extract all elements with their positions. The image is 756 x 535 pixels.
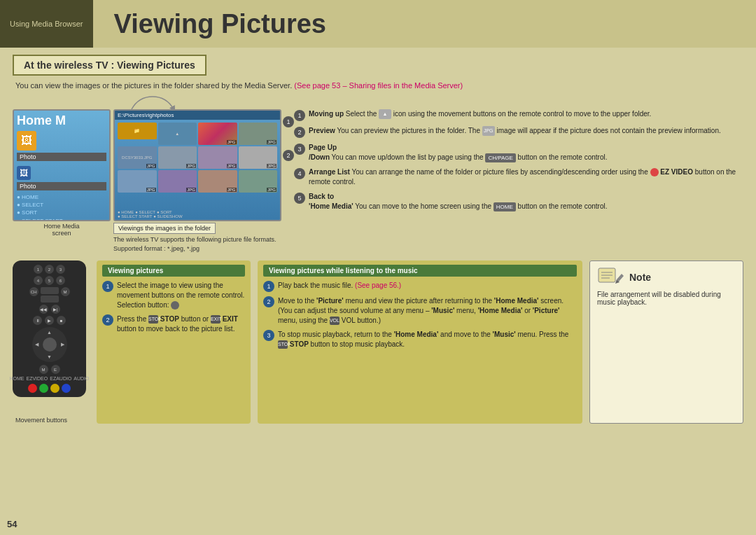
note-pencil-icon xyxy=(597,267,625,288)
exit-icon: EXIT xyxy=(211,315,220,324)
mp-link-1[interactable]: (See page 56.) xyxy=(355,282,401,289)
remote-btn-5[interactable]: 5 xyxy=(45,276,54,285)
remote-btn-green[interactable] xyxy=(39,384,48,393)
remote-bottom-buttons: M E xyxy=(15,365,83,374)
inst-content-2: Preview You can preview the pictures in … xyxy=(309,126,743,136)
remote-btn-pause[interactable]: ⏸ xyxy=(33,316,42,325)
viewing-pictures-panel: Viewing pictures 1 Select the image to v… xyxy=(97,260,251,424)
note-title: Note xyxy=(629,272,651,283)
viewing-music-panel: Viewing pictures while listening to the … xyxy=(258,260,582,424)
remote-btn-rew[interactable]: ◀◀ xyxy=(39,305,48,314)
stop-icon-2: STOP xyxy=(278,340,288,349)
folder-thumb-6: JPG xyxy=(198,146,237,169)
remote-nav-ring: ▲ ▼ ◀ ▶ xyxy=(32,327,67,362)
instruction-2: 2 Preview You can preview the pictures i… xyxy=(294,126,743,138)
support-text-2: Supported format : *.jpeg, *.jpg xyxy=(113,245,281,252)
section-heading: At the wireless TV : Viewing Pictures xyxy=(13,55,206,76)
ez-video-label: EZ VIDEO xyxy=(660,168,693,176)
header-tab-label: Using Media Browser xyxy=(10,20,83,28)
remote-wide-2[interactable] xyxy=(41,296,59,303)
inst-content-4: Arrange List You can arrange the name of… xyxy=(309,167,743,187)
screenshots: Home M 🖼 Photo 🖼 Photo ● xyxy=(13,109,286,252)
remote-wide-1[interactable] xyxy=(41,287,59,294)
remote-btn-4[interactable]: 4 xyxy=(34,276,43,285)
remote-btn-6[interactable]: 6 xyxy=(56,276,65,285)
badge-1: 1 xyxy=(283,116,294,127)
ch-page-badge: CH/PAGE xyxy=(485,153,515,162)
remote-label-audio: AUDIO xyxy=(74,376,89,381)
remote-btn-blue[interactable] xyxy=(62,384,71,393)
preview-icon: JPG xyxy=(482,126,495,136)
vp-text-1: Select the image to view using the movem… xyxy=(117,281,245,310)
remote-nav-center[interactable] xyxy=(43,338,57,352)
home-icons: 🖼 Photo 🖼 Photo xyxy=(17,131,106,190)
vp-num-1: 1 xyxy=(102,281,113,292)
vp-step-2: 2 Press the STOP STOP button or EXIT EXI… xyxy=(102,314,245,334)
remote-btn-yellow[interactable] xyxy=(50,384,59,393)
remote-btn-play[interactable]: ▶ xyxy=(45,316,54,325)
folder-thumb-3: JPG xyxy=(239,123,278,145)
vp-step-1: 1 Select the image to view using the mov… xyxy=(102,281,245,310)
selection-icon xyxy=(171,301,179,310)
inst-num-2: 2 xyxy=(294,127,305,138)
intro-text: You can view the images or the pictures … xyxy=(13,81,743,90)
viewing-music-title: Viewing pictures while listening to the … xyxy=(263,265,577,277)
folder-thumb-1: 📁 xyxy=(118,123,157,139)
folder-thumb-11: JPG xyxy=(239,170,278,193)
remote-nav-up[interactable]: ▲ xyxy=(47,330,52,335)
intro-link[interactable]: (See page 53 – Sharing files in the Medi… xyxy=(294,81,463,90)
remote-btn-skip[interactable]: ▶| xyxy=(51,305,60,314)
support-text-1: The wireless TV supports the following p… xyxy=(113,236,281,243)
note-icon-area: Note xyxy=(597,267,736,288)
inst-bold-3a: Page Up xyxy=(309,144,337,151)
folder-thumb-flower: JPG xyxy=(198,123,237,145)
folder-thumb-7: JPG xyxy=(239,146,278,169)
instruction-5: 5 Back to'Home Media' You can move to th… xyxy=(294,192,743,211)
page-title: Viewing Pictures xyxy=(93,9,326,39)
remote-btn-exit[interactable]: E xyxy=(51,365,60,374)
inst-bold-3b: /Down xyxy=(309,153,330,161)
remote-btn-ch[interactable]: CH xyxy=(29,287,38,296)
inst-num-4: 4 xyxy=(294,168,305,179)
page-header: Using Media Browser Viewing Pictures xyxy=(0,0,756,48)
vol-icon: VOL xyxy=(330,317,340,325)
mp-text-1: Play back the music file. (See page 56.) xyxy=(278,281,401,291)
folder-topbar: E:\Pictures\rightphotos xyxy=(115,111,280,120)
folder-thumb-4: DCSY3033.JPG JPG xyxy=(118,146,157,169)
remote-area: 1 2 3 4 5 6 CH M ◀ xyxy=(13,260,90,424)
folder-screen-wrapper: 1 2 E:\Pictures\rightphotos 📁 ▲ JPG xyxy=(113,109,281,252)
remote-btn-1[interactable]: 1 xyxy=(34,265,43,274)
remote-nav-left[interactable]: ◀ xyxy=(35,342,38,347)
mp-num-2: 2 xyxy=(263,296,274,307)
folder-thumb-8: JPG xyxy=(118,170,157,193)
main-content: At the wireless TV : Viewing Pictures Yo… xyxy=(0,48,756,428)
remote-btn-red[interactable] xyxy=(28,384,37,393)
remote-label-ezaudio: EZAUDIO xyxy=(50,376,71,381)
remote-btn-mute[interactable]: M xyxy=(61,287,70,296)
remote-label-ezvideo: EZVIDEO xyxy=(26,376,48,381)
note-box: Note File arrangement will be disabled d… xyxy=(589,260,743,424)
remote-btn-2[interactable]: 2 xyxy=(45,265,54,274)
inst-bold-5: Back to'Home Media' xyxy=(309,193,354,210)
mp-step-2: 2 Move to the 'Picture' menu and view th… xyxy=(263,296,577,326)
home-menu: ● HOME ● SELECT ● SORT ● SELECT START ● … xyxy=(17,193,106,221)
bottom-section: 1 2 3 4 5 6 CH M ◀ xyxy=(13,260,743,424)
remote-btn-stop[interactable]: ■ xyxy=(57,316,66,325)
remote-nav-down[interactable]: ▼ xyxy=(47,354,52,359)
folder-grid: 📁 ▲ JPG JPG DCSY3033.JPG xyxy=(115,120,280,195)
remote-color-buttons xyxy=(15,384,83,393)
movement-label: Movement buttons xyxy=(13,417,90,424)
viewing-pictures-title: Viewing pictures xyxy=(102,265,245,277)
remote-btn-menu[interactable]: M xyxy=(39,365,48,374)
photo-icon-box2: 🖼 xyxy=(17,166,31,180)
remote-nav-right[interactable]: ▶ xyxy=(61,342,64,347)
remote-label-home: HOME xyxy=(9,376,24,381)
remote-btn-3[interactable]: 3 xyxy=(56,265,65,274)
photo-icon-box: 🖼 xyxy=(17,131,36,151)
inst-bold-2: Preview xyxy=(309,127,335,134)
move-up-icon: ▲ xyxy=(379,109,391,119)
page-number: 54 xyxy=(7,519,17,529)
inst-num-3: 3 xyxy=(294,144,305,155)
remote-top-buttons: 1 2 3 xyxy=(15,265,83,274)
inst-content-1: Moving up Select the ▲ icon using the mo… xyxy=(309,109,743,119)
